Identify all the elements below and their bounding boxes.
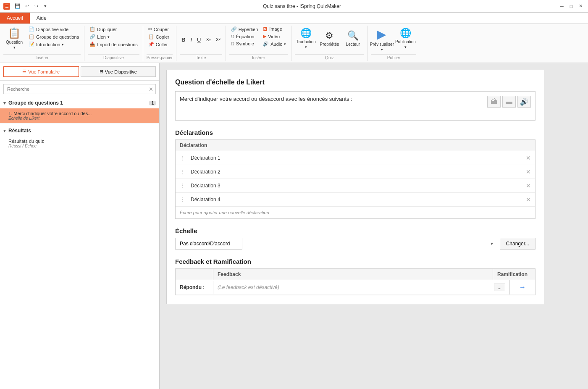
drag-handle-2[interactable]: ⋮ xyxy=(180,168,186,175)
declaration-add-placeholder: Écrire pour ajouter une nouvelle déclara… xyxy=(180,210,269,215)
declaration-text-4[interactable]: Déclaration 4 xyxy=(191,197,522,202)
bold-button[interactable]: B xyxy=(180,36,187,44)
question-text[interactable]: Merci d'indiquer votre accord ou désacco… xyxy=(180,96,482,102)
previsualiser-button[interactable]: ▶ Prévisualiser ▾ xyxy=(371,26,393,53)
scissors-icon: ✂ xyxy=(148,26,152,32)
video-label: Vidéo xyxy=(268,34,280,39)
feedback-label-repondu: Répondu : xyxy=(176,281,213,294)
results-item-sub: Réussi / Échec xyxy=(8,144,156,148)
quick-access-toolbar: 💾 ↩ ↪ ▾ xyxy=(13,2,50,11)
couper-button[interactable]: ✂ Couper xyxy=(147,26,171,33)
close-button[interactable]: ✕ xyxy=(576,2,585,11)
echelle-select[interactable]: Pas d'accord/D'accord xyxy=(175,238,242,250)
undo-button[interactable]: ↩ xyxy=(23,2,31,11)
feedback-title: Feedback et Ramification xyxy=(175,258,536,265)
sidebar-toolbar: ☰ Vue Formulaire ⊟ Vue Diapositive xyxy=(0,63,159,81)
ribbon-group-quiz-items: 🌐 Traduction ▾ ⚙ Propriétés 🔍 Lecteur xyxy=(295,26,364,53)
image-label: Image xyxy=(269,26,282,32)
symbole-label: Symbole xyxy=(236,41,254,46)
groupe-questions-button[interactable]: 📋 Groupe de questions xyxy=(27,33,81,40)
declaration-text-1[interactable]: Déclaration 1 xyxy=(191,155,522,161)
diapositive-vide-button[interactable]: 📄 Diapositive vide xyxy=(27,26,81,33)
question-type-title: Question d'échelle de Likert xyxy=(175,79,536,86)
symbole-icon: Ω xyxy=(231,41,234,46)
quiz-group-label: Quiz xyxy=(295,54,364,61)
save-button[interactable]: 💾 xyxy=(13,2,22,11)
feedback-dots-button[interactable]: ... xyxy=(494,284,505,291)
equation-button[interactable]: Ω Équation xyxy=(229,33,260,40)
subscript-button[interactable]: X₂ xyxy=(204,36,212,43)
feedback-header-ramification: Ramification xyxy=(493,269,535,280)
symbole-button[interactable]: Ω Symbole xyxy=(229,40,260,47)
audio-button[interactable]: 🔊 Audio ▾ xyxy=(261,40,288,47)
question-label: Question xyxy=(6,40,23,45)
group-name: Groupe de questions 1 xyxy=(8,100,63,106)
proprietes-button[interactable]: ⚙ Propriétés xyxy=(318,26,340,51)
copier-button[interactable]: 📋 Copier xyxy=(147,33,171,40)
video-media-icon: ▬ xyxy=(506,98,512,105)
minimize-button[interactable]: ─ xyxy=(558,2,566,11)
lecteur-button[interactable]: 🔍 Lecteur xyxy=(342,26,364,51)
redo-button[interactable]: ↪ xyxy=(32,2,40,11)
sidebar-content: ▾ Groupe de questions 1 1 1. Merci d'ind… xyxy=(0,97,159,389)
feedback-arrow-button[interactable]: → xyxy=(519,284,526,291)
dupliquer-button[interactable]: 📋 Dupliquer xyxy=(88,26,139,33)
title-bar: ☰ 💾 ↩ ↪ ▾ Quiz sans titre - iSpring Quiz… xyxy=(0,0,588,13)
declaration-close-4[interactable]: ✕ xyxy=(526,196,531,203)
video-button[interactable]: ▶ Vidéo xyxy=(261,33,288,40)
drag-handle-3[interactable]: ⋮ xyxy=(180,182,186,189)
traduction-button[interactable]: 🌐 Traduction ▾ xyxy=(295,26,317,51)
coller-button[interactable]: 📌 Coller xyxy=(147,41,171,48)
insert-audio-button[interactable]: 🔊 xyxy=(517,96,531,108)
customize-button[interactable]: ▾ xyxy=(41,2,50,11)
declaration-add-row[interactable]: Écrire pour ajouter une nouvelle déclara… xyxy=(176,207,535,218)
insert-video-button[interactable]: ▬ xyxy=(502,96,516,108)
changer-button[interactable]: Changer... xyxy=(500,238,536,250)
group-header[interactable]: ▾ Groupe de questions 1 1 xyxy=(0,97,159,108)
declaration-close-3[interactable]: ✕ xyxy=(526,182,531,189)
couper-label: Couper xyxy=(154,27,169,32)
search-input[interactable] xyxy=(3,84,156,94)
ribbon-group-inserer2-items: 🔗 Hyperlien Ω Équation Ω Symbole 🖼 xyxy=(229,26,288,53)
superscript-button[interactable]: X² xyxy=(214,36,222,43)
publier-group-label: Publier xyxy=(371,54,416,61)
results-header[interactable]: ▾ Résultats xyxy=(0,125,159,136)
lien-button[interactable]: 🔗 Lien ▾ xyxy=(88,33,139,40)
import-button[interactable]: 📥 Import de questions xyxy=(88,41,139,48)
results-item-1[interactable]: Résultats du quiz Réussi / Échec xyxy=(0,136,159,151)
hyperlien-button[interactable]: 🔗 Hyperlien xyxy=(229,26,260,33)
italic-button[interactable]: I xyxy=(189,36,194,44)
declarations-header: Déclaration xyxy=(176,140,535,151)
results-label: Résultats xyxy=(8,128,31,134)
underline-button[interactable]: U xyxy=(195,36,202,44)
ribbon-group-texte: B I U X₂ X² Texte xyxy=(176,26,226,61)
drag-handle-1[interactable]: ⋮ xyxy=(180,155,186,161)
lien-icon: 🔗 xyxy=(89,34,95,39)
tab-accueil[interactable]: Accueil xyxy=(0,13,30,24)
image-button[interactable]: 🖼 Image xyxy=(261,26,288,32)
declaration-close-2[interactable]: ✕ xyxy=(526,168,531,175)
insert-image-button[interactable]: 🏔 xyxy=(487,96,501,108)
coller-label: Coller xyxy=(156,42,168,47)
previsualiser-label: Prévisualiser xyxy=(370,42,394,47)
search-bar: ✕ xyxy=(3,84,156,94)
expand-icon: ▾ xyxy=(3,100,6,106)
sidebar: ☰ Vue Formulaire ⊟ Vue Diapositive ✕ ▾ G… xyxy=(0,63,160,389)
declaration-text-3[interactable]: Déclaration 3 xyxy=(191,183,522,189)
question-item-1[interactable]: 1. Merci d'indiquer votre accord ou dés.… xyxy=(0,108,159,124)
publication-button[interactable]: 🌐 Publication ▾ xyxy=(394,26,416,51)
maximize-button[interactable]: □ xyxy=(567,2,575,11)
texte-group-label: Texte xyxy=(180,54,222,61)
search-clear-icon[interactable]: ✕ xyxy=(149,86,153,92)
question-button[interactable]: 📋 Question ▾ xyxy=(3,26,25,51)
question-text-area: Merci d'indiquer votre accord ou désacco… xyxy=(175,91,536,121)
vue-formulaire-button[interactable]: ☰ Vue Formulaire xyxy=(3,66,79,77)
drag-handle-4[interactable]: ⋮ xyxy=(180,196,186,203)
vue-diapositive-button[interactable]: ⊟ Vue Diapositive xyxy=(81,66,156,77)
feedback-arrow-cell: → xyxy=(510,281,535,294)
declaration-close-1[interactable]: ✕ xyxy=(526,155,531,161)
introduction-button[interactable]: 📝 Introduction ▾ xyxy=(27,41,81,48)
group-badge: 1 xyxy=(149,101,156,105)
tab-aide[interactable]: Aide xyxy=(30,13,53,24)
declaration-text-2[interactable]: Déclaration 2 xyxy=(191,169,522,175)
